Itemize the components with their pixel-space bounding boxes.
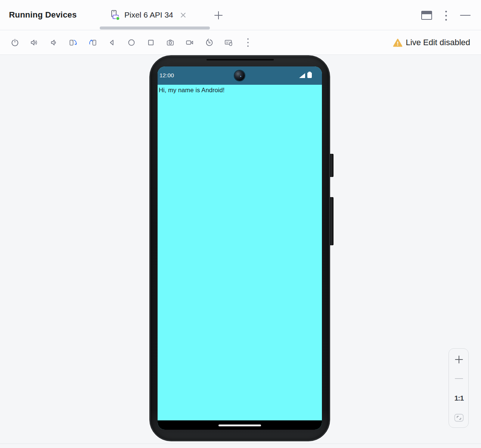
tab-label: Pixel 6 API 34 [124,10,173,19]
hide-button[interactable] [460,15,471,16]
device-power-side-button [330,154,333,177]
plus-icon [454,355,463,364]
emulator-pixel-6[interactable]: 12:00 Hi, my name is Android! [149,55,330,441]
app-content: Hi, my name is Android! [158,85,322,420]
tab-pixel-6-api-34[interactable]: Pixel 6 API 34 [108,0,186,30]
front-camera [235,71,245,81]
running-devices-header: Running Devices Pixel 6 API 34 [0,0,481,30]
screenshot-camera-icon [166,38,175,47]
kebab-menu-icon [444,10,448,21]
screenshot-button[interactable] [166,38,175,47]
restart-icon [205,38,214,47]
gesture-pill[interactable] [218,424,261,426]
kebab-menu-icon [246,38,249,47]
volume-down-icon [49,38,58,47]
power-icon [10,38,19,47]
restart-button[interactable] [205,38,214,47]
plus-icon [213,10,224,21]
overview-button[interactable] [146,38,155,47]
device-screen[interactable]: 12:00 Hi, my name is Android! [158,66,322,430]
volume-up-icon [30,38,39,47]
status-bar-clock: 12:00 [159,72,174,79]
volume-down-button[interactable] [49,38,58,47]
hardware-input-button[interactable] [224,38,233,47]
minus-icon [454,378,463,379]
earpiece-speaker [207,59,274,60]
tab-scrollbar[interactable] [100,27,210,29]
live-edit-label: Live Edit disabled [406,38,470,47]
android-nav-bar [158,420,322,430]
window-mode-button[interactable] [421,11,432,20]
hardware-input-keyboard-icon [224,38,233,47]
zoom-out-button[interactable] [449,374,469,383]
bottom-divider [0,444,481,444]
volume-up-button[interactable] [30,38,39,47]
zoom-to-fit-button[interactable] [449,412,469,423]
battery-icon [307,72,312,78]
window-mode-icon [421,11,432,20]
close-tab-button[interactable] [180,12,186,18]
virtual-device-icon [108,9,120,21]
zoom-in-button[interactable] [449,354,469,365]
back-button[interactable] [108,38,117,47]
rotate-left-icon [69,38,78,47]
home-button[interactable] [127,38,136,47]
toolbar-more-options-button[interactable] [243,38,252,47]
live-edit-status[interactable]: Live Edit disabled [393,30,470,55]
fit-to-window-icon [454,413,464,423]
screen-record-icon [185,38,194,47]
screen-record-button[interactable] [185,38,194,47]
add-device-tab-button[interactable] [213,10,224,21]
home-icon [127,38,136,47]
power-button[interactable] [10,38,19,47]
minimize-icon [460,15,471,16]
rotate-right-icon [88,38,97,47]
device-volume-side-button [330,197,333,245]
zoom-reset-button[interactable]: 1:1 [449,393,469,404]
device-toolbar: Live Edit disabled [0,30,481,55]
warning-icon [393,38,403,47]
signal-icon [299,73,305,78]
zoom-controls: 1:1 [449,348,469,428]
page-title: Running Devices [9,0,77,30]
greeting-text: Hi, my name is Android! [159,87,225,94]
rotate-right-button[interactable] [88,38,97,47]
header-more-options-button[interactable] [444,10,448,21]
back-icon [108,38,117,47]
overview-icon [146,38,155,47]
rotate-left-button[interactable] [69,38,78,47]
